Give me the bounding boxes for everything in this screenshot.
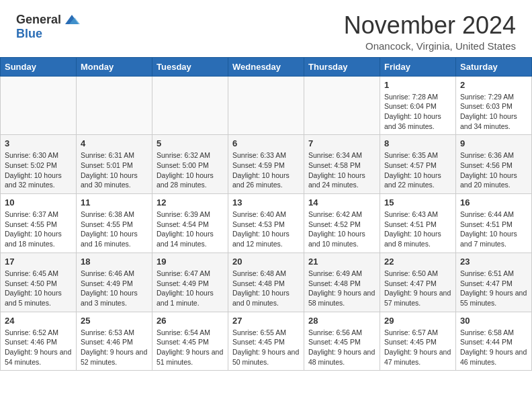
day-number: 3	[5, 138, 72, 148]
calendar-cell: 27Sunrise: 6:55 AM Sunset: 4:45 PM Dayli…	[228, 312, 304, 371]
calendar-cell: 22Sunrise: 6:50 AM Sunset: 4:47 PM Dayli…	[380, 253, 456, 312]
calendar-cell: 23Sunrise: 6:51 AM Sunset: 4:47 PM Dayli…	[456, 253, 532, 312]
day-info: Sunrise: 6:45 AM Sunset: 4:50 PM Dayligh…	[5, 269, 72, 308]
calendar-header-row: SundayMondayTuesdayWednesdayThursdayFrid…	[1, 57, 532, 76]
day-header-thursday: Thursday	[304, 57, 380, 76]
logo-general-text: General	[16, 13, 61, 27]
calendar-cell: 21Sunrise: 6:49 AM Sunset: 4:48 PM Dayli…	[304, 253, 380, 312]
day-number: 29	[384, 316, 451, 326]
day-info: Sunrise: 6:42 AM Sunset: 4:52 PM Dayligh…	[308, 210, 375, 249]
day-number: 19	[157, 257, 224, 267]
day-number: 1	[384, 80, 451, 90]
day-info: Sunrise: 6:46 AM Sunset: 4:49 PM Dayligh…	[81, 269, 148, 308]
day-number: 21	[308, 257, 375, 267]
calendar-cell: 8Sunrise: 6:35 AM Sunset: 4:57 PM Daylig…	[380, 135, 456, 194]
day-info: Sunrise: 6:55 AM Sunset: 4:45 PM Dayligh…	[232, 328, 300, 367]
day-info: Sunrise: 6:36 AM Sunset: 4:56 PM Dayligh…	[460, 150, 527, 190]
calendar-cell: 25Sunrise: 6:53 AM Sunset: 4:46 PM Dayli…	[77, 312, 152, 371]
calendar-cell	[152, 76, 228, 135]
calendar-week-4: 24Sunrise: 6:52 AM Sunset: 4:46 PM Dayli…	[1, 312, 532, 371]
day-number: 25	[81, 316, 148, 326]
calendar-cell: 17Sunrise: 6:45 AM Sunset: 4:50 PM Dayli…	[1, 253, 77, 312]
calendar-cell: 19Sunrise: 6:47 AM Sunset: 4:49 PM Dayli…	[152, 253, 228, 312]
day-info: Sunrise: 6:33 AM Sunset: 4:59 PM Dayligh…	[232, 150, 300, 190]
day-info: Sunrise: 6:44 AM Sunset: 4:51 PM Dayligh…	[460, 210, 527, 249]
month-title: November 2024	[344, 12, 516, 39]
calendar-week-2: 10Sunrise: 6:37 AM Sunset: 4:55 PM Dayli…	[1, 194, 532, 253]
day-info: Sunrise: 6:47 AM Sunset: 4:49 PM Dayligh…	[157, 269, 224, 308]
day-info: Sunrise: 6:49 AM Sunset: 4:48 PM Dayligh…	[308, 269, 375, 308]
calendar-cell: 13Sunrise: 6:40 AM Sunset: 4:53 PM Dayli…	[228, 194, 304, 253]
day-number: 18	[81, 257, 148, 267]
calendar-cell: 30Sunrise: 6:58 AM Sunset: 4:44 PM Dayli…	[456, 312, 532, 371]
day-number: 27	[232, 316, 300, 326]
day-number: 17	[5, 257, 72, 267]
calendar-week-3: 17Sunrise: 6:45 AM Sunset: 4:50 PM Dayli…	[1, 253, 532, 312]
day-number: 5	[157, 138, 224, 148]
calendar-cell: 28Sunrise: 6:56 AM Sunset: 4:45 PM Dayli…	[304, 312, 380, 371]
calendar-table: SundayMondayTuesdayWednesdayThursdayFrid…	[0, 57, 532, 371]
day-number: 9	[460, 138, 527, 148]
calendar-cell	[228, 76, 304, 135]
day-number: 30	[460, 316, 527, 326]
day-header-tuesday: Tuesday	[152, 57, 228, 76]
day-number: 28	[308, 316, 375, 326]
day-info: Sunrise: 6:51 AM Sunset: 4:47 PM Dayligh…	[460, 269, 527, 308]
page-header: General Blue November 2024 Onancock, Vir…	[0, 0, 532, 57]
day-number: 14	[308, 197, 375, 208]
calendar-cell: 2Sunrise: 7:29 AM Sunset: 6:03 PM Daylig…	[456, 76, 532, 135]
day-info: Sunrise: 6:56 AM Sunset: 4:45 PM Dayligh…	[308, 328, 375, 367]
day-number: 20	[232, 257, 300, 267]
day-info: Sunrise: 6:38 AM Sunset: 4:55 PM Dayligh…	[81, 210, 148, 249]
day-info: Sunrise: 6:52 AM Sunset: 4:46 PM Dayligh…	[5, 328, 72, 367]
day-info: Sunrise: 6:43 AM Sunset: 4:51 PM Dayligh…	[384, 210, 451, 249]
calendar-cell: 18Sunrise: 6:46 AM Sunset: 4:49 PM Dayli…	[77, 253, 152, 312]
day-header-saturday: Saturday	[456, 57, 532, 76]
day-info: Sunrise: 6:31 AM Sunset: 5:01 PM Dayligh…	[81, 150, 148, 190]
location-text: Onancock, Virginia, United States	[344, 40, 516, 52]
day-number: 6	[232, 138, 300, 148]
day-info: Sunrise: 6:35 AM Sunset: 4:57 PM Dayligh…	[384, 150, 451, 190]
calendar-cell: 29Sunrise: 6:57 AM Sunset: 4:45 PM Dayli…	[380, 312, 456, 371]
calendar-cell: 26Sunrise: 6:54 AM Sunset: 4:45 PM Dayli…	[152, 312, 228, 371]
day-info: Sunrise: 7:29 AM Sunset: 6:03 PM Dayligh…	[460, 92, 527, 132]
day-number: 23	[460, 257, 527, 267]
calendar-cell: 1Sunrise: 7:28 AM Sunset: 6:04 PM Daylig…	[380, 76, 456, 135]
day-header-wednesday: Wednesday	[228, 57, 304, 76]
day-number: 2	[460, 80, 527, 90]
logo-blue-text: Blue	[16, 27, 42, 40]
calendar-cell: 7Sunrise: 6:34 AM Sunset: 4:58 PM Daylig…	[304, 135, 380, 194]
calendar-cell: 15Sunrise: 6:43 AM Sunset: 4:51 PM Dayli…	[380, 194, 456, 253]
calendar-cell: 5Sunrise: 6:32 AM Sunset: 5:00 PM Daylig…	[152, 135, 228, 194]
day-info: Sunrise: 7:28 AM Sunset: 6:04 PM Dayligh…	[384, 92, 451, 132]
calendar-cell: 10Sunrise: 6:37 AM Sunset: 4:55 PM Dayli…	[1, 194, 77, 253]
calendar-week-0: 1Sunrise: 7:28 AM Sunset: 6:04 PM Daylig…	[1, 76, 532, 135]
day-header-friday: Friday	[380, 57, 456, 76]
calendar-cell	[1, 76, 77, 135]
calendar-cell: 12Sunrise: 6:39 AM Sunset: 4:54 PM Dayli…	[152, 194, 228, 253]
day-number: 26	[157, 316, 224, 326]
calendar-cell: 9Sunrise: 6:36 AM Sunset: 4:56 PM Daylig…	[456, 135, 532, 194]
logo: General Blue	[16, 12, 81, 41]
calendar-cell: 11Sunrise: 6:38 AM Sunset: 4:55 PM Dayli…	[77, 194, 152, 253]
day-number: 24	[5, 316, 72, 326]
calendar-cell: 6Sunrise: 6:33 AM Sunset: 4:59 PM Daylig…	[228, 135, 304, 194]
day-number: 10	[5, 197, 72, 208]
day-info: Sunrise: 6:54 AM Sunset: 4:45 PM Dayligh…	[157, 328, 224, 367]
day-number: 11	[81, 197, 148, 208]
calendar-cell: 14Sunrise: 6:42 AM Sunset: 4:52 PM Dayli…	[304, 194, 380, 253]
day-number: 22	[384, 257, 451, 267]
calendar-cell: 24Sunrise: 6:52 AM Sunset: 4:46 PM Dayli…	[1, 312, 77, 371]
day-info: Sunrise: 6:58 AM Sunset: 4:44 PM Dayligh…	[460, 328, 527, 367]
day-number: 8	[384, 138, 451, 148]
day-number: 16	[460, 197, 527, 208]
day-info: Sunrise: 6:40 AM Sunset: 4:53 PM Dayligh…	[232, 210, 300, 249]
day-info: Sunrise: 6:32 AM Sunset: 5:00 PM Dayligh…	[157, 150, 224, 190]
calendar-week-1: 3Sunrise: 6:30 AM Sunset: 5:02 PM Daylig…	[1, 135, 532, 194]
day-number: 7	[308, 138, 375, 148]
calendar-cell: 3Sunrise: 6:30 AM Sunset: 5:02 PM Daylig…	[1, 135, 77, 194]
calendar-cell	[77, 76, 152, 135]
day-info: Sunrise: 6:48 AM Sunset: 4:48 PM Dayligh…	[232, 269, 300, 308]
calendar-cell: 4Sunrise: 6:31 AM Sunset: 5:01 PM Daylig…	[77, 135, 152, 194]
day-info: Sunrise: 6:37 AM Sunset: 4:55 PM Dayligh…	[5, 210, 72, 249]
